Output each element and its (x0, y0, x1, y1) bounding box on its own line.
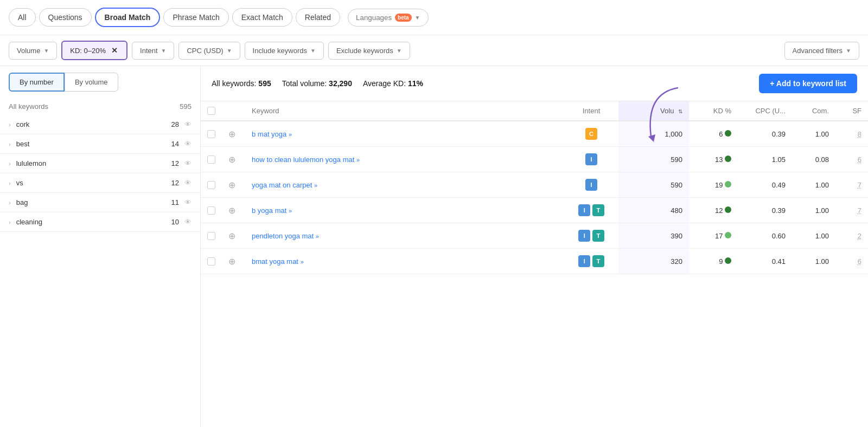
intent-badge: I (578, 230, 590, 242)
tab-all[interactable]: All (9, 8, 36, 27)
sidebar-tab-by-volume[interactable]: By volume (65, 73, 118, 92)
row-checkbox[interactable] (207, 181, 215, 189)
sidebar-expand-icon: › (9, 160, 11, 167)
eye-icon[interactable]: 👁 (184, 159, 192, 167)
row-add-cell: ⊕ (222, 198, 245, 223)
sidebar-header-keyword: All keywords (9, 102, 48, 111)
add-keyword-icon[interactable]: ⊕ (228, 180, 235, 190)
eye-icon[interactable]: 👁 (184, 179, 192, 187)
include-keywords-label: Include keywords (253, 47, 307, 55)
sidebar-count: 12 (171, 159, 179, 167)
sidebar-item-best[interactable]: › best 14 👁 (0, 134, 200, 154)
col-cpc: CPC (U... (738, 101, 792, 121)
cpc-filter[interactable]: CPC (USD) ▼ (178, 42, 240, 60)
select-all-checkbox[interactable] (207, 107, 215, 115)
row-add-cell: ⊕ (222, 172, 245, 198)
eye-icon[interactable]: 👁 (184, 120, 192, 128)
intent-badge: T (592, 204, 604, 216)
add-keyword-icon[interactable]: ⊕ (228, 231, 235, 241)
tab-related[interactable]: Related (296, 8, 340, 27)
row-sf-cell: 7 (835, 198, 868, 223)
eye-icon[interactable]: 👁 (184, 218, 192, 226)
row-intent-cell: I T (564, 249, 618, 274)
sidebar-expand-icon: › (9, 199, 11, 206)
eye-icon[interactable]: 👁 (184, 140, 192, 148)
row-checkbox[interactable] (207, 156, 215, 164)
include-chevron-icon: ▼ (310, 48, 316, 54)
tab-questions[interactable]: Questions (39, 8, 92, 27)
row-intent-cell: I (564, 172, 618, 198)
row-keyword-cell: yoga mat on carpet » (245, 172, 564, 198)
add-keyword-icon[interactable]: ⊕ (228, 130, 235, 139)
col-intent: Intent (564, 101, 618, 121)
row-volume-cell: 1,000 (618, 121, 689, 147)
languages-dropdown[interactable]: Languages beta ▼ (348, 9, 428, 27)
intent-filter[interactable]: Intent ▼ (132, 42, 174, 60)
add-to-keyword-list-button[interactable]: + Add to keyword list (759, 74, 857, 93)
col-volume[interactable]: Volu ⇅ (618, 101, 689, 121)
advanced-filters[interactable]: Advanced filters ▼ (784, 42, 859, 60)
beta-badge: beta (395, 14, 412, 22)
exclude-keywords-filter[interactable]: Exclude keywords ▼ (328, 42, 410, 60)
keyword-table-wrap: Keyword Intent Volu ⇅ KD % CPC (U... Com… (201, 101, 868, 427)
all-keywords-value: 595 (258, 79, 271, 88)
sidebar-item-cork[interactable]: › cork 28 👁 (0, 115, 200, 134)
sidebar-tab-by-number[interactable]: By number (9, 73, 65, 92)
row-checkbox-cell (201, 147, 222, 172)
row-volume-cell: 590 (618, 147, 689, 172)
row-checkbox[interactable] (207, 130, 215, 138)
include-keywords-filter[interactable]: Include keywords ▼ (245, 42, 324, 60)
main-content: By number By volume All keywords 595 › c… (0, 66, 868, 427)
row-add-cell: ⊕ (222, 249, 245, 274)
add-keyword-icon[interactable]: ⊕ (228, 257, 235, 266)
sidebar-item-bag[interactable]: › bag 11 👁 (0, 193, 200, 212)
tab-broad-match[interactable]: Broad Match (95, 8, 161, 27)
add-keyword-icon[interactable]: ⊕ (228, 206, 235, 215)
filter-bar: Volume ▼ KD: 0–20% ✕ Intent ▼ CPC (USD) … (0, 35, 868, 66)
keyword-link[interactable]: b mat yoga (252, 130, 286, 138)
row-com-cell: 1.00 (792, 249, 835, 274)
keyword-arrow-icon: » (301, 258, 304, 265)
row-intent-cell: I (564, 147, 618, 172)
keyword-link[interactable]: pendleton yoga mat (252, 232, 314, 240)
row-com-cell: 1.00 (792, 198, 835, 223)
content-header: All keywords: 595 Total volume: 32,290 A… (201, 66, 868, 101)
row-checkbox[interactable] (207, 257, 215, 266)
sidebar-item-lululemon[interactable]: › lululemon 12 👁 (0, 154, 200, 173)
total-volume-stat: Total volume: 32,290 (282, 79, 352, 88)
keyword-link[interactable]: bmat yoga mat (252, 257, 298, 266)
sidebar-item-cleaning[interactable]: › cleaning 10 👁 (0, 212, 200, 232)
kd-dot-icon (725, 257, 731, 264)
row-checkbox[interactable] (207, 206, 215, 215)
row-checkbox[interactable] (207, 232, 215, 240)
kd-filter[interactable]: KD: 0–20% ✕ (61, 41, 127, 60)
row-cpc-cell: 0.39 (738, 121, 792, 147)
kd-close-button[interactable]: ✕ (110, 46, 119, 55)
col-com: Com. (792, 101, 835, 121)
tab-phrase-match[interactable]: Phrase Match (163, 8, 228, 27)
row-sf-cell: 8 (835, 121, 868, 147)
volume-filter[interactable]: Volume ▼ (9, 42, 57, 60)
row-volume-cell: 480 (618, 198, 689, 223)
intent-badge: I (578, 204, 590, 216)
row-keyword-cell: b mat yoga » (245, 121, 564, 147)
sidebar-keyword-label: cork (16, 120, 171, 128)
eye-icon[interactable]: 👁 (184, 198, 192, 206)
keyword-arrow-icon: » (289, 131, 292, 138)
row-kd-cell: 19 (689, 172, 738, 198)
tab-exact-match[interactable]: Exact Match (232, 8, 292, 27)
intent-badge: I (578, 255, 590, 267)
col-checkbox (201, 101, 222, 121)
row-com-cell: 1.00 (792, 172, 835, 198)
add-keyword-icon[interactable]: ⊕ (228, 155, 235, 164)
top-tab-bar: All Questions Broad Match Phrase Match E… (0, 0, 868, 35)
col-keyword: Keyword (245, 101, 564, 121)
row-keyword-cell: pendleton yoga mat » (245, 223, 564, 249)
row-cpc-cell: 0.49 (738, 172, 792, 198)
keyword-link[interactable]: how to clean lululemon yoga mat (252, 156, 354, 164)
keyword-link[interactable]: b yoga mat (252, 206, 286, 215)
keyword-link[interactable]: yoga mat on carpet (252, 181, 312, 189)
table-row: ⊕ b yoga mat » I T 480 12 0.39 1.00 7 (201, 198, 868, 223)
cpc-label: CPC (USD) (187, 47, 223, 55)
sidebar-item-vs[interactable]: › vs 12 👁 (0, 173, 200, 193)
